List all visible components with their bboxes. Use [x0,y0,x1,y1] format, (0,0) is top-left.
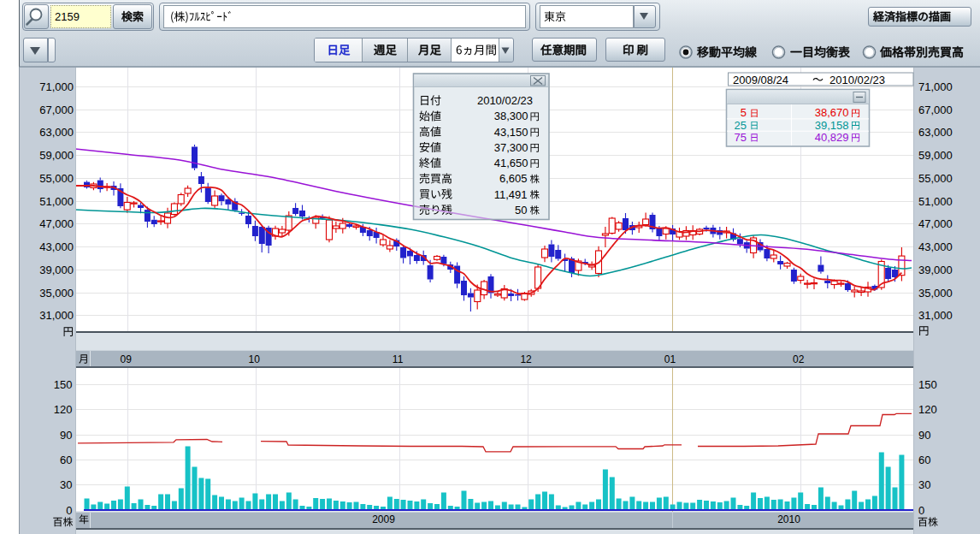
svg-text:39,158: 39,158 [815,119,849,132]
svg-text:6,605: 6,605 [499,172,528,185]
svg-text:59,000: 59,000 [918,149,953,162]
svg-text:71,000: 71,000 [918,80,953,93]
svg-text:02: 02 [793,353,805,365]
svg-text:10: 10 [249,353,261,365]
svg-text:59,000: 59,000 [39,149,74,162]
svg-text:35,000: 35,000 [39,287,74,300]
svg-text:37,300: 37,300 [494,141,528,154]
svg-text:43,150: 43,150 [494,126,528,139]
svg-text:60: 60 [918,454,930,466]
svg-text:09: 09 [121,353,133,365]
svg-text:120: 120 [918,403,937,416]
svg-text:51,000: 51,000 [918,195,953,208]
svg-text:150: 150 [54,378,73,391]
svg-text:35,000: 35,000 [918,287,953,300]
svg-text:90: 90 [60,429,72,442]
svg-text:5: 5 [741,106,747,119]
svg-text:39,000: 39,000 [918,264,953,276]
svg-text:55,000: 55,000 [918,172,953,185]
svg-text:55,000: 55,000 [39,172,74,185]
svg-text:47,000: 47,000 [39,217,74,230]
svg-text:75: 75 [735,131,747,144]
svg-text:71,000: 71,000 [39,80,74,93]
svg-text:11: 11 [393,353,404,365]
svg-text:63,000: 63,000 [39,126,74,139]
svg-text:39,000: 39,000 [39,264,74,276]
svg-text:31,000: 31,000 [39,309,74,322]
svg-text:40,829: 40,829 [815,131,849,144]
svg-text:51,000: 51,000 [39,195,74,208]
svg-text:2010: 2010 [777,513,800,525]
svg-text:12: 12 [520,353,532,365]
svg-text:30: 30 [918,478,930,491]
svg-text:120: 120 [54,403,73,416]
svg-text:60: 60 [60,454,72,466]
svg-text:43,000: 43,000 [39,240,74,253]
svg-text:30: 30 [60,478,72,491]
svg-text:2009: 2009 [372,513,395,525]
svg-text:0: 0 [918,504,924,517]
svg-text:50: 50 [515,204,527,217]
svg-text:47,000: 47,000 [918,217,953,230]
svg-text:2009/08/24: 2009/08/24 [733,74,788,86]
svg-text:25: 25 [735,119,747,132]
svg-text:43,000: 43,000 [918,240,953,253]
svg-text:41,650: 41,650 [494,157,528,169]
svg-text:38,300: 38,300 [494,110,528,122]
svg-text:90: 90 [918,429,930,442]
svg-text:31,000: 31,000 [918,309,953,322]
svg-text:11,491: 11,491 [494,188,528,201]
svg-text:2010/02/23: 2010/02/23 [477,94,533,107]
svg-text:01: 01 [664,353,676,365]
svg-text:63,000: 63,000 [918,126,953,139]
svg-text:67,000: 67,000 [39,104,74,116]
svg-text:150: 150 [918,378,937,391]
svg-text:38,670: 38,670 [815,106,849,119]
svg-text:2159: 2159 [55,10,80,23]
svg-text:2010/02/23: 2010/02/23 [829,74,885,86]
svg-text:67,000: 67,000 [918,104,953,116]
svg-text:0: 0 [66,504,72,517]
